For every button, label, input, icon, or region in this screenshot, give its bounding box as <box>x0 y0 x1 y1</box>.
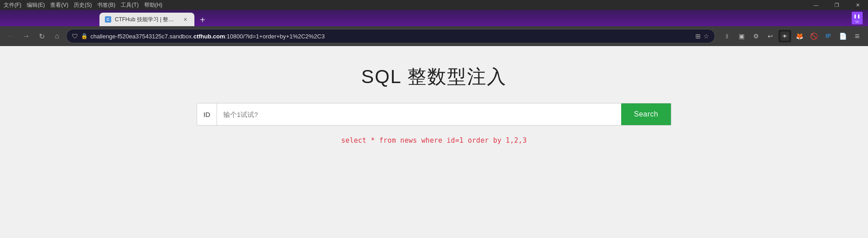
browser-logo-area <box>851 10 868 26</box>
security-icon: 🛡 <box>72 33 78 40</box>
tab-label: CTFHub 技能学习 | 整数型注入 <box>115 16 178 23</box>
menu-help[interactable]: 帮助(H) <box>144 1 163 9</box>
url-domain: ctfhub.com <box>193 33 225 40</box>
svg-rect-2 <box>858 14 859 19</box>
menu-history[interactable]: 历史(S) <box>74 1 92 9</box>
forward-button[interactable]: → <box>20 30 33 42</box>
menu-open-icon[interactable]: ≡ <box>851 30 863 42</box>
tab-bar: C CTFHub 技能学习 | 整数型注入 × + <box>0 10 868 26</box>
page-title: SQL 整数型注入 <box>197 64 671 89</box>
sql-output: select * from news where id=1 order by 1… <box>197 136 671 145</box>
close-button[interactable]: ✕ <box>847 0 868 10</box>
reading-list-icon[interactable]: ⫴ <box>721 30 733 42</box>
new-tab-button[interactable]: + <box>196 14 209 26</box>
settings-icon[interactable]: ⚙ <box>750 30 762 42</box>
maximize-button[interactable]: ❐ <box>826 0 847 10</box>
window-controls: — ❐ ✕ <box>806 0 868 10</box>
qr-code-icon[interactable]: ⊞ <box>695 33 701 40</box>
active-tab[interactable]: C CTFHub 技能学习 | 整数型注入 × <box>99 13 194 26</box>
id-label: ID <box>197 103 217 125</box>
menu-tools[interactable]: 工具(T) <box>121 1 138 9</box>
sidebar-icon[interactable]: ▣ <box>735 30 748 42</box>
search-button[interactable]: Search <box>621 103 671 125</box>
extension-4-icon[interactable]: IP <box>822 30 835 42</box>
minimize-button[interactable]: — <box>806 0 826 10</box>
page-inner: SQL 整数型注入 ID Search select * from news w… <box>179 51 689 238</box>
search-input[interactable] <box>217 103 621 125</box>
search-form: ID Search <box>197 103 671 126</box>
address-bar[interactable]: 🛡 🔒 challenge-f520ea37543125c7.sandbox.c… <box>66 29 715 43</box>
bookmark-icon[interactable]: ☆ <box>703 33 709 40</box>
tab-close-button[interactable]: × <box>182 15 189 23</box>
undo-icon[interactable]: ↩ <box>764 30 777 42</box>
menu-view[interactable]: 查看(V) <box>50 1 68 9</box>
refresh-button[interactable]: ↻ <box>35 30 48 42</box>
menu-bar: 文件(F) 编辑(E) 查看(V) 历史(S) 书签(B) 工具(T) 帮助(H… <box>0 0 868 10</box>
menu-edit[interactable]: 编辑(E) <box>27 1 45 9</box>
extension-5-icon[interactable]: 📄 <box>836 30 849 42</box>
svg-rect-1 <box>854 14 856 19</box>
menu-bookmarks[interactable]: 书签(B) <box>97 1 115 9</box>
url-display[interactable]: challenge-f520ea37543125c7.sandbox.ctfhu… <box>90 33 693 40</box>
twitch-icon <box>851 12 863 24</box>
home-button[interactable]: ⌂ <box>51 30 63 42</box>
extension-3-icon[interactable]: 🚫 <box>807 30 820 42</box>
menu-file[interactable]: 文件(F) <box>4 1 21 9</box>
extension-1-icon[interactable]: 👁 <box>778 30 791 42</box>
tab-favicon: C <box>105 16 111 23</box>
toolbar-icons: ⫴ ▣ ⚙ ↩ 👁 🦊 🚫 IP 📄 ≡ <box>721 30 863 42</box>
page-content: SQL 整数型注入 ID Search select * from news w… <box>0 46 868 238</box>
nav-bar: ← → ↻ ⌂ 🛡 🔒 challenge-f520ea37543125c7.s… <box>0 26 868 46</box>
back-button[interactable]: ← <box>5 30 17 42</box>
cert-icon: 🔒 <box>81 33 88 39</box>
extension-2-icon[interactable]: 🦊 <box>793 30 806 42</box>
browser-chrome: 文件(F) 编辑(E) 查看(V) 历史(S) 书签(B) 工具(T) 帮助(H… <box>0 0 868 46</box>
